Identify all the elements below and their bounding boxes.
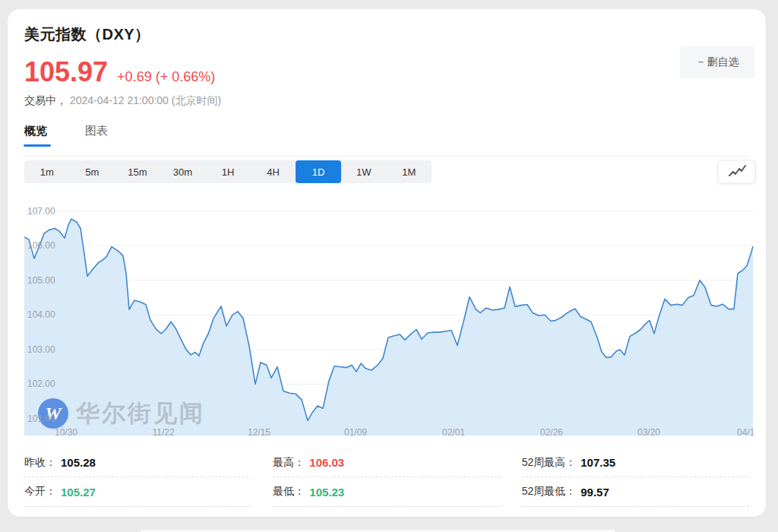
stat-column: 昨收：105.28今开：105.27 <box>24 448 251 507</box>
minus-icon: － <box>696 55 707 69</box>
remove-watchlist-button[interactable]: － 删自选 <box>680 46 754 78</box>
line-chart-icon <box>727 165 747 179</box>
stat-value: 105.23 <box>309 486 344 499</box>
stat-value: 99.57 <box>580 486 609 499</box>
current-price: 105.97 <box>24 56 108 88</box>
stat-value: 107.35 <box>580 456 615 469</box>
timeframe-bar: 1m5m15m30m1H4H1D1W1M <box>24 160 432 183</box>
status-row: 交易中， 2024-04-12 21:00:00 (北京时间) <box>24 94 221 108</box>
timeframe-button-1H[interactable]: 1H <box>205 160 251 183</box>
stat-value: 105.28 <box>61 456 96 469</box>
stat-value: 106.03 <box>309 456 344 469</box>
timeframe-button-1D[interactable]: 1D <box>296 160 341 183</box>
quote-timestamp: 2024-04-12 21:00:00 (北京时间) <box>70 94 221 106</box>
stat-row-day-high: 最高：106.03 <box>273 448 500 477</box>
page-title: 美元指数（DXY） <box>24 24 150 45</box>
timeframe-button-4H[interactable]: 4H <box>251 160 296 183</box>
stat-label: 52周最低： <box>522 485 577 499</box>
price-chart[interactable]: W 华尔街见闻 107.00106.00105.00104.00103.0010… <box>24 200 754 438</box>
tab-chart-label: 图表 <box>85 124 108 137</box>
stat-row-day-low: 最低：105.23 <box>273 477 500 507</box>
stat-column: 最高：106.03最低：105.23 <box>273 448 500 507</box>
chart-type-button[interactable] <box>718 160 755 183</box>
active-tab-underline <box>24 144 51 147</box>
timeframe-button-1W[interactable]: 1W <box>341 160 387 183</box>
price-change: +0.69 (+ 0.66%) <box>117 69 215 85</box>
stat-label: 最高： <box>273 456 305 470</box>
stat-label: 昨收： <box>24 456 56 470</box>
trading-status: 交易中， <box>24 94 67 106</box>
stat-label: 52周最高： <box>522 456 577 470</box>
stat-row-today-open: 今开：105.27 <box>24 477 251 507</box>
stat-row-52w-high: 52周最高：107.35 <box>522 448 749 477</box>
tab-overview[interactable]: 概览 <box>24 122 47 156</box>
timeframe-button-5m[interactable]: 5m <box>70 160 115 183</box>
remove-watchlist-label: 删自选 <box>707 55 739 69</box>
page-background: 美元指数（DXY） － 删自选 105.97 +0.69 (+ 0.66%) 交… <box>0 0 778 532</box>
tab-chart[interactable]: 图表 <box>85 122 108 156</box>
quote-card: 美元指数（DXY） － 删自选 105.97 +0.69 (+ 0.66%) 交… <box>8 9 766 517</box>
stats-grid: 昨收：105.28今开：105.27最高：106.03最低：105.2352周最… <box>24 448 749 507</box>
stat-label: 最低： <box>273 485 305 499</box>
stat-value: 105.27 <box>61 486 96 499</box>
stat-column: 52周最高：107.3552周最低：99.57 <box>522 448 749 507</box>
price-row: 105.97 +0.69 (+ 0.66%) <box>24 56 215 88</box>
timeframe-button-15m[interactable]: 15m <box>115 160 160 183</box>
stat-label: 今开： <box>24 485 56 499</box>
tab-bar: 概览 图表 <box>24 122 749 157</box>
timeframe-button-1M[interactable]: 1M <box>387 160 432 183</box>
tab-overview-label: 概览 <box>24 124 47 137</box>
stat-row-prev-close: 昨收：105.28 <box>24 448 251 477</box>
stat-row-52w-low: 52周最低：99.57 <box>522 477 749 507</box>
timeframe-button-1m[interactable]: 1m <box>24 160 70 183</box>
timeframe-button-30m[interactable]: 30m <box>160 160 206 183</box>
